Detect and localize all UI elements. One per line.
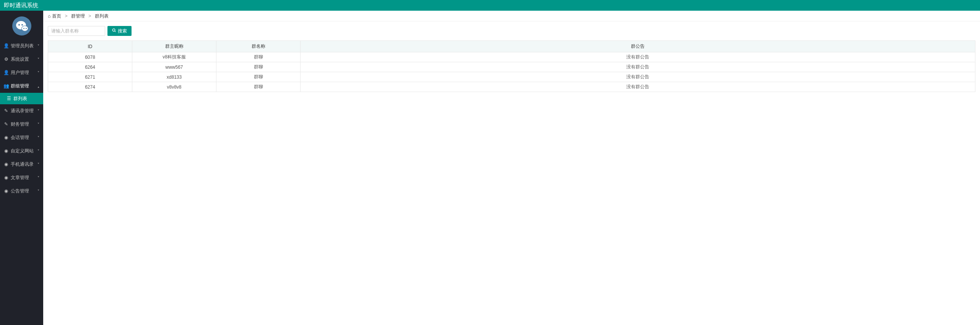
search-input[interactable] — [48, 26, 105, 36]
cell-owner: v8v8v8 — [132, 82, 216, 92]
app-title: 即时通讯系统 — [4, 2, 38, 8]
chevron-down-icon: ˅ — [37, 144, 39, 158]
user-icon: 👤 — [4, 66, 8, 79]
svg-point-0 — [112, 29, 115, 31]
sidebar-item-4[interactable]: ✎ 通讯录管理 ˅ — [0, 104, 43, 118]
sidebar-item-9[interactable]: ◉ 文章管理 ˅ — [0, 171, 43, 184]
search-icon — [112, 28, 116, 34]
cell-name: 群聊 — [216, 72, 301, 82]
home-icon: ⌂ — [48, 13, 50, 19]
sidebar-item-label: 系统设置 — [11, 53, 29, 66]
sidebar-subitem-3-0[interactable]: ☰ 群列表 — [0, 93, 43, 104]
sidebar-item-label: 手机通讯录 — [11, 158, 34, 171]
nav-menu: 👤 管理员列表 ˅ ⚙ 系统设置 ˅ 👤 用户管理 ˅ 👥 群组管理 — [0, 39, 43, 198]
chevron-down-icon: ˅ — [37, 131, 39, 144]
table-header-row: ID 群主昵称 群名称 群公告 — [48, 41, 975, 52]
breadcrumb-home[interactable]: 首页 — [52, 13, 61, 19]
toolbar: 搜索 — [43, 21, 980, 40]
chevron-down-icon: ˅ — [37, 104, 39, 118]
breadcrumb-separator: > — [88, 13, 91, 19]
edit-icon: ✎ — [4, 118, 8, 131]
chevron-down-icon: ˅ — [37, 118, 39, 131]
logo-area — [0, 11, 43, 39]
sidebar-item-label: 通讯录管理 — [11, 104, 34, 118]
globe-icon: ◉ — [4, 184, 8, 198]
table-row[interactable]: 6271 xd8133 群聊 没有群公告 — [48, 72, 975, 82]
cell-name: 群聊 — [216, 52, 301, 62]
chevron-down-icon: ˅ — [37, 39, 39, 53]
cell-id: 6264 — [48, 62, 132, 72]
globe-icon: ◉ — [4, 144, 8, 158]
chevron-down-icon: ˅ — [37, 171, 39, 184]
cell-announce: 没有群公告 — [301, 62, 975, 72]
col-header-id: ID — [48, 41, 132, 52]
col-header-owner: 群主昵称 — [132, 41, 216, 52]
breadcrumb-separator: > — [65, 13, 68, 19]
top-header: 即时通讯系统 — [0, 0, 980, 11]
cell-owner: xd8133 — [132, 72, 216, 82]
search-button[interactable]: 搜索 — [107, 26, 132, 36]
sidebar-item-7[interactable]: ◉ 自定义网站 ˅ — [0, 144, 43, 158]
cell-announce: 没有群公告 — [301, 82, 975, 92]
sidebar-item-1[interactable]: ⚙ 系统设置 ˅ — [0, 53, 43, 66]
globe-icon: ◉ — [4, 171, 8, 184]
sidebar-item-label: 群组管理 — [11, 79, 29, 93]
list-icon: ☰ — [7, 93, 11, 104]
cell-name: 群聊 — [216, 62, 301, 72]
chevron-down-icon: ˅ — [37, 66, 39, 79]
chevron-down-icon: ˅ — [37, 184, 39, 198]
sidebar-item-label: 会话管理 — [11, 131, 29, 144]
sidebar-item-6[interactable]: ◉ 会话管理 ˅ — [0, 131, 43, 144]
breadcrumb-level2: 群列表 — [95, 13, 109, 19]
sidebar-item-label: 用户管理 — [11, 66, 29, 79]
cell-owner: www567 — [132, 62, 216, 72]
svg-line-1 — [115, 31, 116, 32]
globe-icon: ◉ — [4, 131, 8, 144]
sidebar-item-label: 文章管理 — [11, 171, 29, 184]
sidebar-item-8[interactable]: ◉ 手机通讯录 ˅ — [0, 158, 43, 171]
cell-announce: 没有群公告 — [301, 52, 975, 62]
table-body: 6078 v8科技客服 群聊 没有群公告 6264 www567 群聊 没有群公… — [48, 52, 975, 92]
breadcrumb-level1[interactable]: 群管理 — [71, 13, 85, 19]
sidebar-item-3[interactable]: 👥 群组管理 ˅ — [0, 79, 43, 93]
cell-id: 6271 — [48, 72, 132, 82]
cell-announce: 没有群公告 — [301, 72, 975, 82]
edit-icon: ✎ — [4, 104, 8, 118]
search-button-label: 搜索 — [118, 28, 127, 34]
cell-owner: v8科技客服 — [132, 52, 216, 62]
chevron-down-icon: ˅ — [37, 158, 39, 171]
chevron-up-icon: ˅ — [37, 79, 39, 93]
cell-name: 群聊 — [216, 82, 301, 92]
sidebar-item-10[interactable]: ◉ 公告管理 ˅ — [0, 184, 43, 198]
col-header-announce: 群公告 — [301, 41, 975, 52]
user-icon: 👤 — [4, 39, 8, 53]
sidebar-item-2[interactable]: 👤 用户管理 ˅ — [0, 66, 43, 79]
sidebar-item-label: 自定义网站 — [11, 144, 34, 158]
gear-icon: ⚙ — [4, 53, 8, 66]
globe-icon: ◉ — [4, 158, 8, 171]
chevron-down-icon: ˅ — [37, 53, 39, 66]
sidebar-item-0[interactable]: 👤 管理员列表 ˅ — [0, 39, 43, 53]
sidebar-item-label: 公告管理 — [11, 184, 29, 198]
breadcrumb: ⌂首页 > 群管理 > 群列表 — [43, 11, 980, 21]
table-row[interactable]: 6274 v8v8v8 群聊 没有群公告 — [48, 82, 975, 92]
sidebar-item-label: 财务管理 — [11, 118, 29, 131]
sidebar-subitem-label: 群列表 — [13, 93, 27, 104]
users-icon: 👥 — [4, 79, 8, 93]
table-row[interactable]: 6264 www567 群聊 没有群公告 — [48, 62, 975, 72]
main-content: ⌂首页 > 群管理 > 群列表 搜索 ID 群主昵称 群名称 群公告 6078 … — [43, 11, 980, 325]
cell-id: 6078 — [48, 52, 132, 62]
table-row[interactable]: 6078 v8科技客服 群聊 没有群公告 — [48, 52, 975, 62]
group-table: ID 群主昵称 群名称 群公告 6078 v8科技客服 群聊 没有群公告 626… — [48, 40, 975, 92]
col-header-name: 群名称 — [216, 41, 301, 52]
cell-id: 6274 — [48, 82, 132, 92]
sidebar: 👤 管理员列表 ˅ ⚙ 系统设置 ˅ 👤 用户管理 ˅ 👥 群组管理 — [0, 11, 43, 325]
wechat-logo-icon — [12, 16, 31, 36]
sidebar-item-5[interactable]: ✎ 财务管理 ˅ — [0, 118, 43, 131]
sidebar-item-label: 管理员列表 — [11, 39, 34, 53]
